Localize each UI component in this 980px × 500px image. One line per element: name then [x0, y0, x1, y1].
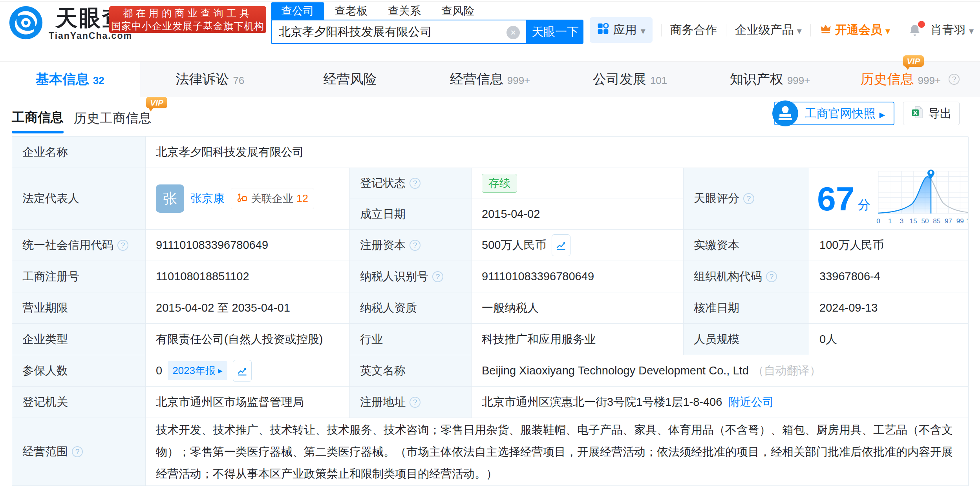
score-value: 67: [817, 182, 855, 215]
tab-business-info[interactable]: 经营信息 999+: [420, 62, 560, 97]
notifications-bell-icon[interactable]: [908, 23, 922, 37]
field-label: 企业名称: [12, 137, 146, 168]
credit-code-value: 911101083396780649: [146, 230, 350, 261]
help-icon[interactable]: [743, 193, 754, 204]
help-icon[interactable]: [766, 271, 777, 282]
stamp-icon: [772, 100, 798, 126]
taxpayer-id-value: 911101083396780649: [472, 261, 684, 292]
insured-trend-icon[interactable]: [233, 360, 252, 382]
subtab-bar: 工商信息 历史工商信息 VIP 工商官网快照 导出: [0, 97, 980, 136]
avatar[interactable]: 张: [156, 184, 184, 213]
taxpayer-quality-value: 一般纳税人: [472, 292, 684, 324]
help-icon[interactable]: [410, 397, 421, 408]
related-companies-count: 12: [296, 193, 308, 205]
tab-count: 999+: [918, 75, 941, 87]
field-label: 企业类型: [12, 324, 146, 355]
help-icon[interactable]: [72, 446, 83, 457]
field-label: 注册地址: [350, 387, 472, 418]
subtab-label: 历史工商信息: [74, 111, 152, 125]
search-input[interactable]: [272, 20, 526, 43]
auto-translate-note: （自动翻译）: [753, 363, 821, 379]
field-label: 工商注册号: [12, 261, 146, 292]
subtab-history-registration[interactable]: 历史工商信息 VIP: [74, 109, 152, 127]
official-snapshot-button[interactable]: 工商官网快照: [774, 102, 894, 125]
nearby-companies-link[interactable]: 附近公司: [728, 394, 774, 410]
nav-user[interactable]: 肖青羽: [931, 22, 974, 38]
nav-cooperation[interactable]: 商务合作: [670, 22, 717, 38]
tyc-score-cell: 67 分: [809, 168, 969, 230]
company-type-value: 有限责任公司(自然人投资或控股): [146, 324, 350, 355]
search-clear-icon[interactable]: [506, 26, 520, 39]
vip-badge: VIP: [146, 97, 167, 108]
vip-crown-icon: [819, 22, 832, 38]
help-icon[interactable]: [432, 271, 443, 282]
field-label-text: 注册地址: [360, 394, 406, 410]
search-tab-boss[interactable]: 查老板: [324, 2, 378, 20]
related-companies-label: 关联企业: [251, 192, 293, 206]
nav-enterprise[interactable]: 企业级产品: [735, 22, 802, 38]
field-label: 纳税人识别号: [350, 261, 472, 292]
insured-count-cell: 0 2023年报: [146, 355, 350, 387]
field-label: 成立日期: [350, 199, 472, 230]
field-label-text: 统一社会信用代码: [22, 237, 113, 253]
official-snapshot-label: 工商官网快照: [804, 106, 875, 122]
business-scope-cell: 技术开发、技术推广、技术转让、技术服务、技术咨询；零售日用杂货、服装鞋帽、电子产…: [146, 418, 969, 486]
tab-company-development[interactable]: 公司发展 101: [560, 62, 700, 97]
chevron-down-icon: [969, 24, 974, 37]
tab-count: 999+: [787, 75, 810, 87]
help-icon[interactable]: [949, 74, 960, 85]
tab-label: 法律诉讼: [176, 70, 229, 88]
svg-text:99: 99: [956, 217, 964, 225]
nav-divider: [726, 24, 726, 36]
chevron-down-icon: [885, 24, 890, 37]
search-tab-company[interactable]: 查公司: [271, 2, 324, 20]
nav-divider: [810, 24, 811, 36]
nav-apps[interactable]: 应用: [590, 17, 653, 43]
org-code-value: 33967806-4: [809, 261, 969, 292]
field-label-text: 经营范围: [22, 444, 68, 460]
paid-capital-value: 100万人民币: [809, 230, 969, 261]
nav-open-vip[interactable]: 开通会员: [819, 22, 890, 38]
tab-count: 999+: [507, 75, 530, 87]
field-label-text: 组织机构代码: [694, 269, 762, 285]
tab-operating-risk[interactable]: 经营风险: [280, 62, 420, 97]
help-icon[interactable]: [410, 178, 421, 189]
tab-intellectual-property[interactable]: 知识产权 999+: [700, 62, 840, 97]
svg-text:50: 50: [921, 217, 929, 225]
username: 肖青羽: [931, 22, 966, 38]
reg-authority-value: 北京市通州区市场监督管理局: [146, 387, 350, 418]
subtab-business-registration[interactable]: 工商信息: [12, 109, 64, 126]
nav-divider: [661, 24, 662, 36]
network-icon: [237, 192, 248, 206]
help-icon[interactable]: [410, 240, 421, 251]
svg-text:3: 3: [900, 217, 903, 225]
search-tab-relation[interactable]: 查关系: [378, 2, 431, 20]
tianyancha-logo-icon: [9, 5, 43, 42]
annual-report-chip[interactable]: 2023年报: [168, 361, 227, 380]
chevron-down-icon: [641, 24, 645, 37]
tab-legal-proceedings[interactable]: 法律诉讼 76: [140, 62, 280, 97]
tab-history-info[interactable]: 历史信息 VIP 999+: [840, 62, 980, 97]
help-icon[interactable]: [117, 240, 128, 251]
svg-text:15: 15: [909, 217, 917, 225]
top-nav: 应用 商务合作 企业级产品 开通会员: [590, 17, 974, 43]
tab-count: 76: [233, 75, 244, 87]
svg-text:100: 100: [966, 217, 969, 225]
svg-text:1: 1: [888, 217, 892, 225]
related-companies-badge[interactable]: 关联企业 12: [231, 188, 314, 209]
field-label-text: 纳税人识别号: [360, 269, 428, 285]
tab-basic-info[interactable]: 基本信息 32: [0, 62, 140, 97]
search-button[interactable]: 天眼一下: [527, 20, 583, 44]
search-tab-risk[interactable]: 查风险: [431, 2, 485, 20]
tab-label: 经营风险: [323, 70, 377, 88]
field-label: 纳税人资质: [350, 292, 472, 324]
export-button[interactable]: 导出: [903, 102, 960, 125]
field-label-text: 注册资本: [360, 237, 406, 253]
legal-rep-link[interactable]: 张京康: [190, 191, 225, 206]
field-label: 组织机构代码: [684, 261, 809, 292]
search-tabs: 查公司 查老板 查关系 查风险: [271, 2, 583, 20]
apps-grid-icon: [597, 22, 609, 38]
capital-trend-icon[interactable]: [552, 234, 570, 256]
promo-banner: 都在用的商业查询工具 国家中小企业发展子基金旗下机构: [109, 6, 266, 33]
staff-size-value: 0人: [809, 324, 969, 355]
